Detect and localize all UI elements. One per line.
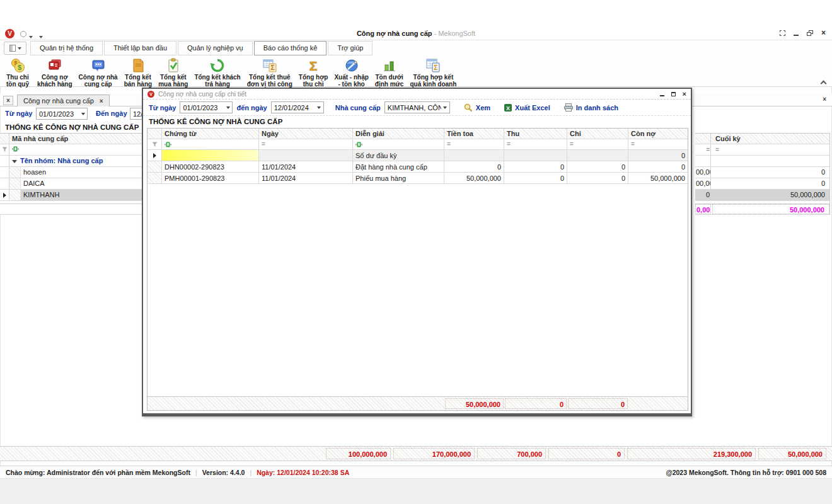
ribbon-item-ton-duoi-dinh-muc[interactable]: Tồn dướiđịnh mức: [372, 56, 407, 88]
view-button[interactable]: Xem: [464, 103, 490, 112]
group-expand-icon: [12, 160, 17, 163]
ribbon-item-cong-no-nha-cung-cap[interactable]: Công nợ nhàcung cấp: [76, 56, 121, 88]
ribbon-item-tong-ket-ban-hang[interactable]: Tổng kếtbán hàng: [121, 56, 155, 88]
sales-note-icon: [130, 57, 146, 74]
purchase-clipboard-icon: [165, 57, 182, 74]
col-ngay[interactable]: Ngày: [259, 129, 353, 139]
inventory-globe-icon: [344, 57, 360, 74]
dialog-from-date-combo[interactable]: [180, 101, 233, 113]
supplier-row-kimthanh-selected[interactable]: KIMTHANH: [0, 190, 146, 201]
supplier-grid-left: Mã nhà cung cấp Tên nhóm: Nhà cung cấp h…: [0, 133, 146, 215]
footer-total-5: 219,300,000: [627, 448, 756, 459]
col-chi[interactable]: Chi: [567, 129, 628, 139]
tabbar-close-icon[interactable]: ×: [823, 96, 826, 103]
ribbon-item-cong-no-khach-hang[interactable]: Công nợkhách hàng: [34, 56, 76, 88]
dialog-grid-header: Chứng từ Ngày Diễn giải Tiền toa Thu Chi…: [147, 129, 688, 139]
tab-cong-no-nha-cung-cap[interactable]: Công nợ nhà cung cấp ×: [17, 94, 110, 106]
print-list-button[interactable]: In danh sách: [564, 103, 618, 112]
chevron-down-icon[interactable]: [315, 102, 323, 113]
filter-edit-icon: [355, 142, 362, 147]
row-right-kimthanh-selected[interactable]: 0 50,000,000: [695, 190, 829, 201]
menu-tab-thiet-lap-ban-dau[interactable]: Thiết lập ban đầu: [104, 41, 176, 55]
dialog-minimize-icon[interactable]: [660, 92, 664, 96]
from-date-input[interactable]: [37, 110, 79, 118]
row-right-daica[interactable]: 00,000 0: [695, 178, 829, 190]
supplier-row-hoasen[interactable]: hoasen: [0, 167, 146, 178]
window-layout-button[interactable]: [4, 42, 26, 55]
col-con-no[interactable]: Còn nợ: [628, 129, 688, 139]
chevron-down-icon[interactable]: [441, 102, 449, 113]
ribbon-item-xuat-nhap-ton-kho[interactable]: Xuất - nhập- tồn kho: [331, 56, 371, 88]
bar-chart-icon: [381, 57, 398, 74]
dialog-titlebar[interactable]: V Công nợ nhà cung cấp chi tiết ×: [143, 89, 691, 100]
col-thu[interactable]: Thu: [504, 129, 567, 139]
grid-group-row-right: [695, 156, 829, 167]
ribbon-collapse-chevron-icon[interactable]: [819, 80, 827, 86]
dialog-total-thu: 0: [505, 398, 567, 409]
column-header-supplier-code[interactable]: Mã nhà cung cấp: [9, 134, 146, 144]
grid-group-summary-row-right: 0,000 50,000,000: [695, 203, 829, 215]
current-row-arrow-icon: [3, 193, 6, 198]
col-dien-giai[interactable]: Diễn giải: [353, 129, 444, 139]
dialog-to-date-input[interactable]: [272, 104, 315, 112]
menu-tab-bao-cao-thong-ke[interactable]: Báo cáo thống kê: [254, 41, 327, 55]
dialog-supplier-combo[interactable]: [384, 101, 450, 113]
fullscreen-icon[interactable]: [780, 30, 785, 36]
filter-edit-icon: [12, 146, 19, 152]
svg-text:X: X: [506, 105, 510, 111]
dialog-row-opening-balance[interactable]: Số dư đầu kỳ 0: [147, 150, 688, 161]
current-row-arrow-icon: [153, 153, 156, 158]
menu-tab-quan-tri-he-thong[interactable]: Quản trị hệ thống: [30, 41, 103, 55]
minimize-icon[interactable]: [794, 31, 799, 36]
column-header-end-period[interactable]: Cuối kỳ: [711, 134, 829, 144]
row-indicator-header: [0, 134, 9, 144]
grid-header-row-right: Cuối kỳ: [695, 134, 829, 144]
grid-group-summary-row-left: [0, 203, 146, 215]
menu-tab-quan-ly-nghiep-vu[interactable]: Quản lý nghiệp vụ: [178, 41, 253, 55]
dialog-total-tien-toa: 50,000,000: [445, 398, 504, 409]
ribbon-item-tong-ket-khach-tra-hang[interactable]: Tổng kết kháchtrả hàng: [191, 56, 243, 88]
filter-cell-supplier[interactable]: [9, 144, 146, 155]
close-all-tabs-button[interactable]: ×: [3, 96, 13, 105]
main-section-title: THỐNG KÊ CÔNG NỢ NHÀ CUNG CẤP: [5, 123, 139, 131]
dialog-to-date-combo[interactable]: [271, 101, 324, 113]
col-tien-toa[interactable]: Tiền toa: [444, 129, 504, 139]
status-version: Version: 4.4.0: [202, 469, 245, 476]
group-label: Tên nhóm: Nhà cung cấp: [20, 157, 103, 164]
svg-text:Σ: Σ: [309, 59, 318, 73]
printer-icon: [564, 103, 573, 112]
filter-row-indicator: [0, 144, 9, 155]
grid-filter-row-right: = =: [695, 144, 829, 156]
chevron-down-icon[interactable]: [79, 108, 87, 119]
restore-icon[interactable]: [807, 30, 813, 36]
from-date-combo[interactable]: [36, 108, 88, 120]
svg-text:Σ: Σ: [270, 64, 274, 71]
sheet-sigma2-icon: Σ: [425, 57, 441, 74]
status-date: Ngày: 12/01/2024 10:20:38 SA: [257, 469, 349, 476]
row-right-hoasen[interactable]: 00,000 0: [695, 167, 829, 178]
col-chung-tu[interactable]: Chứng từ: [162, 129, 259, 139]
statusbar: Chào mừng: Administrator đến với phần mề…: [0, 466, 832, 478]
dialog-row-dhn00002[interactable]: DHN00002-290823 11/01/2024 Đặt hàng nhà …: [147, 161, 688, 173]
supplier-row-daica[interactable]: DAICA: [0, 178, 146, 190]
ribbon-item-tong-ket-mua-hang[interactable]: Tổng kếtmua hàng: [155, 56, 191, 88]
ribbon-item-tong-ket-thue-don-vi-thi-cong[interactable]: Σ Tổng kết thuêđơn vị thi công: [244, 56, 296, 88]
ribbon-item-thu-chi-ton-quy[interactable]: $$ Thu chitồn quỹ: [1, 56, 34, 88]
dialog-close-icon[interactable]: ×: [683, 91, 686, 96]
returns-arrow-icon: [209, 57, 226, 74]
dialog-from-date-input[interactable]: [180, 104, 224, 112]
chevron-down-icon[interactable]: [224, 102, 232, 113]
close-icon[interactable]: ×: [821, 30, 826, 36]
ribbon-item-tong-hop-ket-qua-kinh-doanh[interactable]: Σ Tổng hợp kếtquả kinh doanh: [407, 56, 459, 88]
ribbon-item-tong-hop-thu-chi[interactable]: Σ Tổng hợpthu chi: [296, 56, 332, 88]
export-excel-button[interactable]: X Xuất Excel: [504, 104, 550, 112]
dialog-maximize-icon[interactable]: [671, 92, 676, 96]
grid-group-row[interactable]: Tên nhóm: Nhà cung cấp: [0, 156, 146, 167]
menu-tab-tro-giup[interactable]: Trợ giúp: [328, 41, 373, 55]
dialog-row-pmh00001[interactable]: PMH00001-290823 11/01/2024 Phiếu mua hàn…: [147, 173, 688, 184]
dialog-supplier-input[interactable]: [385, 104, 441, 112]
dialog-grid-footer: 50,000,000 0 0: [147, 396, 688, 410]
titlebar: V Công nợ nhà cung cấp - MekongSoft ×: [0, 28, 832, 40]
tab-close-icon[interactable]: ×: [100, 96, 103, 106]
grid-footer-totals: 100,000,000 170,000,000 700,000 0 219,30…: [0, 446, 832, 461]
